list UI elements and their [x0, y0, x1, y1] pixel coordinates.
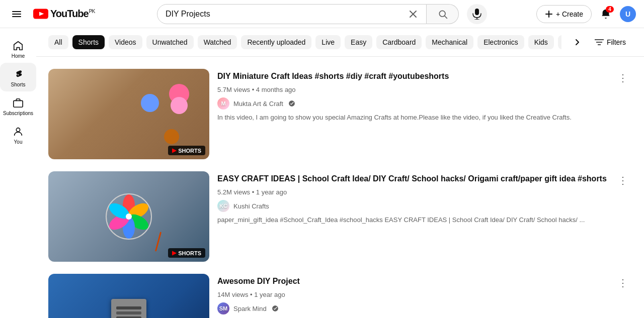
notification-count-badge: 4: [606, 6, 614, 13]
search-clear-button[interactable]: [408, 9, 418, 19]
filter-chip-videos[interactable]: Videos: [109, 35, 142, 49]
svg-rect-1: [12, 14, 21, 15]
video-title: Awesome DIY Project: [217, 276, 632, 287]
video-item-video-2[interactable]: ▶ SHORTS EASY CRAFT IDEAS | School Craft…: [36, 165, 644, 268]
filters-button-label: Filters: [607, 38, 626, 46]
youtube-logo[interactable]: YouTubePK: [33, 8, 95, 20]
search-input[interactable]: [166, 10, 408, 19]
header: YouTubePK: [0, 0, 644, 28]
sidebar-item-subscriptions-label: Subscriptions: [3, 111, 33, 116]
filter-chip-unwatched[interactable]: Unwatched: [146, 35, 194, 49]
filter-chip-electronics[interactable]: Electronics: [477, 35, 524, 49]
filter-scroll-right-button[interactable]: [570, 34, 585, 50]
video-item-video-3[interactable]: Awesome DIY Project 14M views • 1 year a…: [36, 268, 644, 318]
voice-search-button[interactable]: [467, 4, 487, 24]
you-icon: [13, 126, 24, 137]
svg-point-26: [126, 214, 132, 220]
verified-icon: [288, 100, 295, 107]
svg-rect-2: [12, 16, 21, 17]
video-list: ▶ SHORTS DIY Miniature Craft Ideas #shor…: [36, 57, 644, 318]
filter-chip-mechanical[interactable]: Mechanical: [426, 35, 473, 49]
header-center: [113, 4, 531, 24]
svg-rect-0: [12, 11, 21, 12]
filter-chip-watched[interactable]: Watched: [198, 35, 237, 49]
shorts-icon: [13, 69, 24, 80]
filter-chip-cardboard[interactable]: Cardboard: [376, 35, 422, 49]
sidebar-item-you-label: You: [14, 139, 23, 145]
video-item-video-1[interactable]: ▶ SHORTS DIY Miniature Craft Ideas #shor…: [36, 63, 644, 165]
video-channel: M Mukta Art & Craft: [217, 97, 632, 110]
video-meta: 5.7M views • 4 months ago: [217, 86, 632, 93]
main-content: AllShortsVideosUnwatchedWatchedRecently …: [36, 28, 644, 318]
video-thumbnail: ▶ SHORTS: [48, 69, 209, 159]
verified-icon: [272, 305, 279, 312]
video-channel: KC Kushi Crafts: [217, 200, 632, 212]
header-right: + Create 4 U: [535, 4, 636, 24]
search-form: [157, 4, 459, 24]
svg-rect-9: [475, 9, 479, 15]
sidebar-item-shorts-label: Shorts: [11, 82, 26, 87]
video-title: EASY CRAFT IDEAS | School Craft Idea/ DI…: [217, 173, 632, 184]
youtube-wordmark: YouTubePK: [50, 8, 95, 20]
svg-point-15: [16, 128, 20, 132]
channel-avatar: KC: [217, 200, 229, 212]
video-info: Awesome DIY Project 14M views • 1 year a…: [217, 274, 632, 318]
video-thumbnail: ▶ SHORTS: [48, 171, 209, 262]
user-avatar[interactable]: U: [620, 6, 636, 22]
video-channel: SM Spark Mind: [217, 302, 632, 314]
filter-chip-shorts[interactable]: Shorts: [72, 35, 105, 49]
home-icon: [13, 40, 24, 51]
video-description: In this video, I am going to show you sp…: [217, 114, 632, 121]
sidebar: Home Shorts Subscriptions You: [0, 28, 36, 318]
filter-chip-recently-uploaded[interactable]: Recently uploaded: [241, 35, 311, 49]
channel-name: Mukta Art & Craft: [233, 100, 283, 108]
video-thumbnail: [48, 274, 209, 318]
video-menu-button[interactable]: ⋮: [614, 171, 632, 189]
header-left: YouTubePK: [8, 7, 109, 21]
svg-rect-14: [14, 100, 23, 107]
video-menu-button[interactable]: ⋮: [614, 69, 632, 87]
filter-chip-paper[interactable]: Paper: [558, 35, 561, 49]
video-info: DIY Miniature Craft Ideas #shorts #diy #…: [217, 69, 632, 159]
channel-name: Spark Mind: [233, 305, 267, 312]
sidebar-item-subscriptions[interactable]: Subscriptions: [0, 91, 36, 120]
video-title: DIY Miniature Craft Ideas #shorts #diy #…: [217, 71, 632, 82]
filter-chip-kids[interactable]: Kids: [528, 35, 554, 49]
shorts-badge: ▶ SHORTS: [168, 248, 205, 258]
svg-line-8: [444, 16, 447, 18]
sidebar-item-home-label: Home: [12, 53, 25, 59]
sidebar-item-shorts[interactable]: Shorts: [0, 63, 36, 91]
create-button[interactable]: + Create: [536, 5, 592, 23]
notifications-button[interactable]: 4: [596, 4, 616, 24]
filters-button[interactable]: Filters: [589, 35, 632, 49]
sidebar-item-home[interactable]: Home: [0, 34, 36, 63]
search-input-wrap: [157, 4, 427, 24]
channel-avatar: SM: [217, 302, 229, 314]
subscriptions-icon: [13, 97, 24, 109]
sidebar-item-you[interactable]: You: [0, 120, 36, 149]
filter-bar: AllShortsVideosUnwatchedWatchedRecently …: [36, 28, 644, 57]
video-info: EASY CRAFT IDEAS | School Craft Idea/ DI…: [217, 171, 632, 262]
search-submit-button[interactable]: [427, 4, 459, 24]
video-meta: 14M views • 1 year ago: [217, 291, 632, 298]
filter-chip-live[interactable]: Live: [315, 35, 341, 49]
filter-chip-all[interactable]: All: [48, 35, 68, 49]
shorts-badge: ▶ SHORTS: [168, 146, 205, 155]
video-meta: 5.2M views • 1 year ago: [217, 188, 632, 196]
video-menu-button[interactable]: ⋮: [614, 274, 632, 292]
hamburger-menu-button[interactable]: [8, 7, 25, 21]
video-description: paper_mini_gift_idea #School_Craft_Idea …: [217, 216, 632, 224]
filter-chip-easy[interactable]: Easy: [345, 35, 372, 49]
channel-name: Kushi Crafts: [233, 202, 269, 210]
channel-avatar: M: [217, 97, 229, 110]
